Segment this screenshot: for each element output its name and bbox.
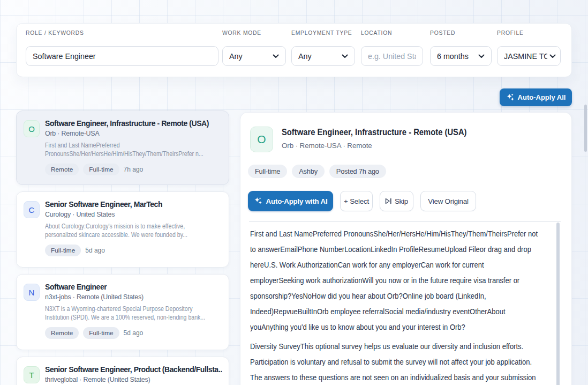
sparkles-icon [506,93,515,102]
auto-apply-with-ai-button[interactable]: Auto-Apply with AI [248,191,333,211]
badge-remote: Remote [45,164,79,175]
page-scrollbar-thumb[interactable] [584,105,587,152]
view-original-button[interactable]: View Original [420,191,476,211]
chevron-down-icon [549,54,556,58]
badge-fulltime: Full-time [83,327,119,339]
job-card[interactable]: O Software Engineer, Infrastructure - Re… [16,110,229,185]
posted-time: 7h ago [124,166,144,173]
job-title: Software Engineer, Infrastructure - Remo… [45,119,222,128]
company-avatar: O [24,120,40,137]
badge-remote: Remote [45,327,79,339]
badge-source: Ashby [292,165,325,178]
application-form-text: First and Last NamePreferred PronounsShe… [250,226,555,385]
job-description: N3XT is a Wyoming-chartered Special Purp… [45,305,224,322]
role-keywords-label: ROLE / KEYWORDS [26,30,84,36]
sparkles-icon [254,197,262,205]
job-company: Orb · Remote-USA [45,130,222,137]
location-input[interactable] [361,46,423,66]
role-keywords-input[interactable] [26,46,218,66]
badge-fulltime: Full-time [248,165,287,178]
skip-button[interactable]: Skip [380,191,413,211]
location-label: LOCATION [361,30,392,36]
job-title: Senior Software Engineer, Product (Backe… [45,365,222,374]
employment-type-select[interactable]: Any [291,46,355,66]
divider [249,221,561,222]
job-company: Curology · United States [45,211,222,218]
chevron-down-icon [478,54,485,58]
text-scrollbar[interactable] [556,223,560,385]
job-card[interactable]: T Senior Software Engineer, Product (Bac… [16,357,229,385]
job-description: About Curology:Curology's mission is to … [45,223,224,239]
job-title: Software Engineer [45,283,222,291]
detail-job-title: Software Engineer, Infrastructure - Remo… [282,127,466,138]
badge-fulltime: Full-time [83,164,119,175]
auto-apply-all-button[interactable]: Auto-Apply All [500,88,572,106]
badge-fulltime: Full-time [45,245,81,256]
employment-type-label: EMPLOYMENT TYPE [291,30,352,36]
job-card[interactable]: C Senior Software Engineer, MarTech Curo… [16,191,229,268]
job-description: First and Last NamePreferred PronounsShe… [45,142,224,158]
posted-label: POSTED [430,30,455,36]
company-avatar: C [24,201,40,218]
badge-posted: Posted 7h ago [329,165,386,178]
job-card[interactable]: N Software Engineer n3xt-jobs · Remote (… [16,274,229,350]
profile-select[interactable]: JASMINE TO [497,46,561,66]
profile-label: PROFILE [497,30,524,36]
job-company: n3xt-jobs · Remote (United States) [45,293,222,301]
company-avatar: T [24,366,40,383]
job-company: thriveglobal · Remote (United States) [45,376,222,383]
posted-time: 5d ago [85,247,105,254]
company-avatar: N [24,284,40,301]
filter-bar: ROLE / KEYWORDS WORK MODE Any EMPLOYMENT… [16,23,572,77]
work-mode-label: WORK MODE [222,30,261,36]
select-button[interactable]: + Select [340,191,373,211]
posted-time: 5d ago [124,329,144,337]
skip-icon [385,198,392,204]
job-title: Senior Software Engineer, MarTech [45,200,222,209]
posted-select[interactable]: 6 months [430,46,492,66]
company-avatar: O [250,127,273,152]
chevron-down-icon [342,54,348,58]
work-mode-select[interactable]: Any [222,46,286,66]
detail-job-company: Orb · Remote-USA · Remote [282,142,372,150]
chevron-down-icon [273,54,279,58]
job-detail-panel: O Software Engineer, Infrastructure - Re… [240,112,572,385]
